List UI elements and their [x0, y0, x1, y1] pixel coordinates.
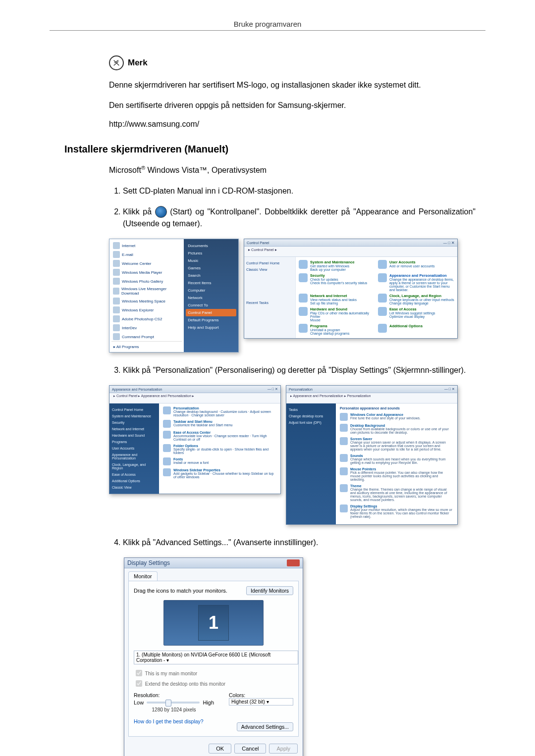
- start-orb-icon: [155, 206, 167, 218]
- cancel-button[interactable]: Cancel: [234, 744, 266, 754]
- monitor-tab[interactable]: Monitor: [128, 571, 158, 581]
- personalization-screenshot: Personalization— □ ✕ ▸ Appearance and Pe…: [286, 385, 458, 525]
- page-header: Bruke programvaren: [50, 20, 485, 28]
- resolution-slider[interactable]: [147, 702, 200, 704]
- os-line: Microsoft® Windows Vista™, Operativsyste…: [109, 165, 485, 175]
- note-label: Merk: [128, 58, 148, 68]
- slider-low-label: Low: [134, 700, 144, 706]
- note-icon: [109, 55, 124, 70]
- step-1: Sett CD-platen Manual inn i CD-ROM-stasj…: [123, 185, 476, 197]
- note-paragraph-2: Den sertifiserte driveren oppgis på nett…: [109, 100, 476, 111]
- dialog-title: Display Settings: [127, 559, 170, 566]
- note-paragraph-1: Denne skjermdriveren har sertifisert MS-…: [109, 79, 476, 91]
- ok-button[interactable]: OK: [209, 744, 231, 754]
- appearance-personalization-screenshot: Appearance and Personalization— □ ✕ ▸ Co…: [109, 385, 281, 494]
- drag-instruction: Drag the icons to match your monitors.: [134, 588, 227, 594]
- monitor-1-icon[interactable]: 1: [198, 605, 229, 641]
- resolution-value: 1280 by 1024 pixels: [134, 707, 214, 712]
- resolution-label: Resolution:: [134, 692, 214, 698]
- slider-high-label: High: [203, 700, 214, 706]
- step-4: Klikk på "Advanced Settings..." (Avanser…: [123, 537, 476, 549]
- apply-button[interactable]: Apply: [269, 744, 298, 754]
- start-menu-screenshot: InternetE-mailWelcome CenterWindows Medi…: [109, 239, 239, 353]
- control-panel-screenshot: Control Panel— □ ✕ ▸ Control Panel ▸ Con…: [244, 239, 458, 339]
- header-divider: [50, 30, 485, 31]
- colors-select[interactable]: Highest (32 bit) ▾: [229, 698, 293, 706]
- identify-monitors-button[interactable]: Identify Monitors: [246, 586, 293, 595]
- step-3: Klikk på "Personalization" (Personaliser…: [123, 364, 476, 376]
- monitor-select[interactable]: 1. (Multiple Monitors) on NVIDIA GeForce…: [134, 651, 298, 664]
- best-display-link[interactable]: How do I get the best display?: [134, 718, 204, 724]
- monitor-preview[interactable]: 1: [163, 600, 264, 646]
- section-heading: Installere skjermdriveren (Manuelt): [64, 144, 485, 155]
- advanced-settings-button[interactable]: Advanced Settings...: [237, 722, 293, 731]
- colors-label: Colors:: [229, 692, 293, 698]
- step-2: Klikk på (Start) og "Kontrollpanel". Dob…: [123, 206, 476, 230]
- close-icon[interactable]: [287, 559, 300, 566]
- main-monitor-checkbox: This is my main monitor: [134, 668, 293, 678]
- display-settings-screenshot: Display Settings Monitor Drag the icons …: [124, 557, 303, 756]
- samsung-url: http://www.samsung.com/: [109, 120, 485, 129]
- extend-desktop-checkbox: Extend the desktop onto this monitor: [134, 679, 293, 688]
